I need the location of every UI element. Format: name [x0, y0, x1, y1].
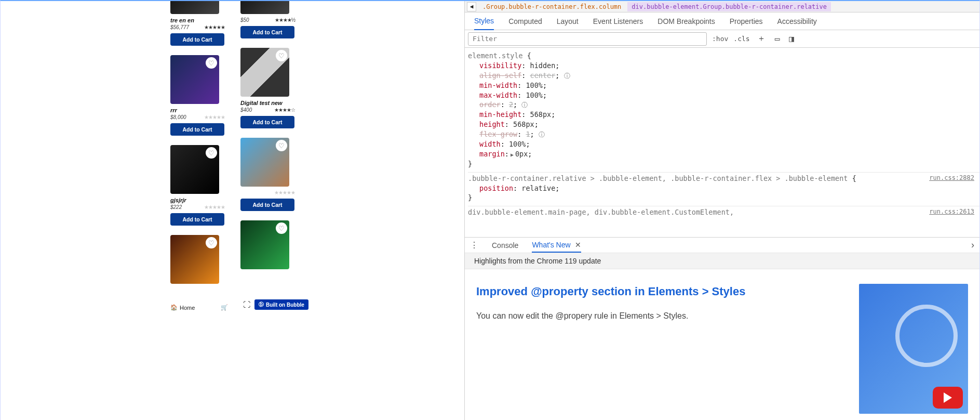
product-price: $8,000	[170, 114, 186, 120]
scan-icon[interactable]: ⛶	[243, 300, 250, 309]
product-name: rrr	[170, 107, 225, 113]
add-to-cart-button[interactable]: Add to Cart	[170, 33, 224, 46]
css-selector[interactable]: .bubble-r-container.relative > .bubble-e…	[468, 174, 848, 182]
add-to-cart-button[interactable]: Add to Cart	[240, 26, 294, 38]
tab-styles[interactable]: Styles	[474, 12, 494, 30]
product-price: $400	[240, 107, 252, 113]
elements-breadcrumb: ◀ .Group.bubble-r-container.flex.column …	[465, 1, 979, 12]
favorite-icon[interactable]: ♡	[276, 140, 287, 151]
product-name: gjsjrjr	[170, 197, 225, 203]
css-rule[interactable]: run.css:2882 .bubble-r-container.relativ…	[468, 173, 979, 207]
rendered-page: tre en en $56,777 ★★★★★ Add to Cart ♡ rr…	[1, 1, 464, 420]
built-on-bubble-badge[interactable]: ⓑ Built on Bubble	[254, 299, 308, 310]
computed-styles-icon[interactable]: ▭	[773, 34, 782, 44]
add-to-cart-button[interactable]: Add to Cart	[170, 213, 224, 226]
product-image[interactable]: ♡	[170, 55, 219, 104]
favorite-icon[interactable]: ♡	[276, 50, 287, 61]
product-name: tre en en	[170, 17, 225, 23]
cart-icon: 🛒	[221, 304, 228, 311]
product-card: tre en en $56,777 ★★★★★ Add to Cart	[170, 1, 225, 46]
breadcrumb-scroll-left[interactable]: ◀	[467, 2, 476, 11]
tab-properties[interactable]: Properties	[730, 13, 763, 30]
favorite-icon[interactable]: ♡	[276, 222, 287, 234]
play-icon[interactable]	[933, 387, 963, 409]
home-icon: 🏠	[170, 304, 178, 311]
tab-console[interactable]: Console	[492, 241, 518, 250]
product-rating: ★★★★★	[274, 190, 295, 195]
nav-home[interactable]: 🏠 Home	[170, 304, 195, 311]
product-rating: ★★★★★	[204, 204, 225, 210]
tab-layout[interactable]: Layout	[557, 13, 579, 30]
add-to-cart-button[interactable]: Add to Cart	[170, 123, 224, 136]
expand-triangle-icon[interactable]: ▶	[509, 152, 515, 158]
whats-new-title[interactable]: Improved @property section in Elements >…	[476, 284, 838, 299]
css-rule[interactable]: element.style { visibility: hidden; alig…	[468, 50, 979, 173]
product-image[interactable]: ♡	[170, 145, 219, 194]
breadcrumb-segment[interactable]: .Group.bubble-r-container.flex.column	[479, 2, 624, 11]
add-to-cart-button[interactable]: Add to Cart	[240, 116, 294, 128]
product-image[interactable]: ♡	[240, 220, 289, 269]
product-rating: ★★★★☆	[274, 107, 295, 113]
tab-event-listeners[interactable]: Event Listeners	[593, 13, 643, 30]
tab-accessibility[interactable]: Accessibility	[777, 13, 817, 30]
cls-toggle[interactable]: .cls	[733, 35, 749, 43]
product-price: $50	[240, 17, 249, 23]
product-price: $222	[170, 204, 182, 210]
info-icon[interactable]: ⓘ	[521, 101, 528, 109]
product-card: ♡ rrr $8,000 ★★★★★ Add to Cart	[170, 55, 225, 136]
css-selector[interactable]: div.bubble-element.main-page, div.bubble…	[468, 208, 734, 216]
favorite-icon[interactable]: ♡	[206, 57, 217, 69]
nav-home-label: Home	[180, 305, 195, 311]
breadcrumb-segment-selected[interactable]: div.bubble-element.Group.bubble-r-contai…	[627, 2, 831, 11]
styles-toolbar: :hov .cls ＋ ▭ ◨	[465, 30, 979, 48]
product-card: ♡ Digital test new $400 ★★★★☆ Add to Car…	[240, 48, 295, 128]
decorative-circle	[895, 305, 958, 367]
styles-rules[interactable]: element.style { visibility: hidden; alig…	[465, 48, 979, 237]
product-image[interactable]: ♡	[240, 48, 289, 97]
product-card: ♡ gjsjrjr $222 ★★★★★ Add to Cart	[170, 145, 225, 226]
product-price: $56,777	[170, 24, 189, 30]
product-image[interactable]	[240, 1, 289, 14]
source-link[interactable]: run.css:2882	[929, 174, 974, 182]
info-icon[interactable]: ⓘ	[539, 131, 545, 138]
whats-new-description: You can now edit the @propery rule in El…	[476, 310, 838, 323]
css-rule[interactable]: run.css:2613 div.bubble-element.main-pag…	[468, 206, 979, 220]
styles-tabs: Styles Computed Layout Event Listeners D…	[465, 12, 979, 30]
drawer-tabs: ⋮ Console What's New ✕ ›	[465, 237, 979, 253]
new-style-rule-icon[interactable]: ＋	[755, 33, 768, 44]
product-rating: ★★★★½	[275, 17, 295, 23]
tab-computed[interactable]: Computed	[508, 13, 542, 30]
devtools-panel: ◀ .Group.bubble-r-container.flex.column …	[464, 1, 979, 420]
whats-new-video-thumbnail[interactable]	[859, 284, 968, 414]
whats-new-highlights: Highlights from the Chrome 119 update	[465, 253, 979, 269]
nav-cart[interactable]: 🛒	[221, 304, 228, 311]
info-icon[interactable]: ⓘ	[564, 72, 570, 80]
product-image[interactable]: ♡	[240, 138, 289, 187]
tab-dom-breakpoints[interactable]: DOM Breakpoints	[657, 13, 715, 30]
source-link[interactable]: run.css:2613	[929, 207, 974, 216]
product-card: ♡ ★★★★★ Add to Cart	[240, 138, 295, 211]
favorite-icon[interactable]: ♡	[206, 237, 217, 248]
drawer-more-icon[interactable]: ›	[971, 240, 974, 251]
add-to-cart-button[interactable]: Add to Cart	[240, 199, 294, 211]
bubble-logo-icon: ⓑ	[259, 301, 264, 308]
product-image[interactable]	[170, 1, 219, 14]
built-on-bubble-label: Built on Bubble	[266, 302, 304, 308]
hov-toggle[interactable]: :hov	[712, 35, 728, 43]
favorite-icon[interactable]: ♡	[206, 147, 217, 159]
toggle-sidebar-icon[interactable]: ◨	[787, 34, 796, 44]
drawer-menu-icon[interactable]: ⋮	[470, 240, 478, 250]
product-card: $50 ★★★★½ Add to Cart	[240, 1, 295, 38]
product-card: ♡	[240, 220, 295, 269]
product-name: Digital test new	[240, 100, 295, 106]
product-rating: ★★★★★	[204, 24, 225, 30]
close-tab-icon[interactable]: ✕	[575, 241, 581, 249]
whats-new-body: Improved @property section in Elements >…	[465, 269, 979, 420]
product-rating: ★★★★★	[204, 114, 225, 120]
tab-whats-new[interactable]: What's New	[532, 241, 570, 249]
css-selector[interactable]: element.style	[468, 51, 523, 60]
product-card: ♡	[170, 235, 225, 284]
styles-filter-input[interactable]	[468, 32, 707, 46]
product-image[interactable]: ♡	[170, 235, 219, 284]
